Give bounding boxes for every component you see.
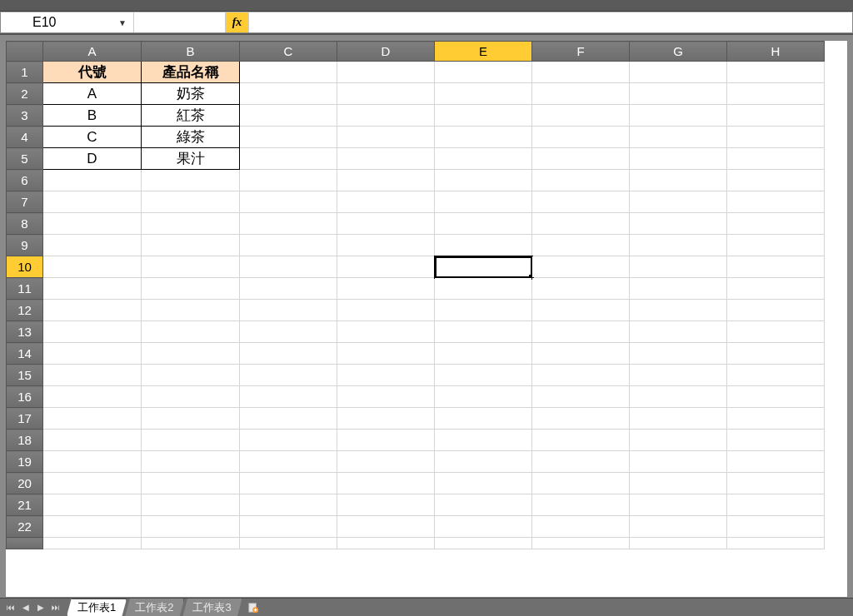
cell-G7[interactable] [630,191,727,213]
cell-B8[interactable] [142,213,240,235]
cell-G9[interactable] [630,235,727,256]
cell-D2[interactable] [337,83,435,105]
cell-A19[interactable] [43,451,142,473]
cell-F19[interactable] [532,451,630,473]
cell-A14[interactable] [43,343,142,365]
cell-C19[interactable] [240,451,337,473]
cell-C17[interactable] [240,408,337,430]
cell-E3[interactable] [435,105,532,127]
row-header-2[interactable]: 2 [7,83,43,105]
cell-G22[interactable] [630,516,727,538]
cell-F18[interactable] [532,430,630,451]
cell-G11[interactable] [630,278,727,300]
cell-H17[interactable] [727,408,825,430]
cell-D5[interactable] [337,148,435,170]
cell-C12[interactable] [240,300,337,321]
cell-C7[interactable] [240,191,337,213]
cell-B13[interactable] [142,321,240,343]
row-header-15[interactable]: 15 [7,365,43,386]
cell-A12[interactable] [43,300,142,321]
cell-B9[interactable] [142,235,240,256]
tab-last-icon[interactable]: ⏭ [50,602,62,614]
cell-H20[interactable] [727,473,825,494]
cell-H2[interactable] [727,83,825,105]
row-header-19[interactable]: 19 [7,451,43,473]
spreadsheet-grid[interactable]: ABCDEFGH1代號產品名稱2A奶茶3B紅茶4C綠茶5D果汁678910111… [5,40,848,598]
cell-E12[interactable] [435,300,532,321]
row-header-partial[interactable] [7,538,43,549]
cell-H3[interactable] [727,105,825,127]
insert-function-button[interactable]: fx [226,12,249,32]
cell-G2[interactable] [630,83,727,105]
col-header-A[interactable]: A [43,42,142,62]
cell-B4[interactable]: 綠茶 [142,127,240,148]
cell-G19[interactable] [630,451,727,473]
cell-F2[interactable] [532,83,630,105]
row-header-18[interactable]: 18 [7,430,43,451]
cell-B15[interactable] [142,365,240,386]
row-header-8[interactable]: 8 [7,213,43,235]
cell-D20[interactable] [337,473,435,494]
cell-G16[interactable] [630,386,727,408]
cell-E8[interactable] [435,213,532,235]
cell-C3[interactable] [240,105,337,127]
cell-C16[interactable] [240,386,337,408]
cell-A2[interactable]: A [43,83,142,105]
cell-B20[interactable] [142,473,240,494]
cell-C21[interactable] [240,494,337,516]
cell-B19[interactable] [142,451,240,473]
cell-A20[interactable] [43,473,142,494]
cell-C22[interactable] [240,516,337,538]
cell-E14[interactable] [435,343,532,365]
cell-D18[interactable] [337,430,435,451]
cell-D22[interactable] [337,516,435,538]
cell-D1[interactable] [337,62,435,83]
cell-E10[interactable] [435,256,532,278]
cell-D16[interactable] [337,386,435,408]
cell-D11[interactable] [337,278,435,300]
cell-A4[interactable]: C [43,127,142,148]
cell-D8[interactable] [337,213,435,235]
cell-H15[interactable] [727,365,825,386]
cell-G15[interactable] [630,365,727,386]
cell-G4[interactable] [630,127,727,148]
cell-G21[interactable] [630,494,727,516]
cell-H11[interactable] [727,278,825,300]
cell-F15[interactable] [532,365,630,386]
cell-F13[interactable] [532,321,630,343]
row-header-10[interactable]: 10 [7,256,43,278]
cell-B12[interactable] [142,300,240,321]
cell-H19[interactable] [727,451,825,473]
cell-A5[interactable]: D [43,148,142,170]
cell-H21[interactable] [727,494,825,516]
row-header-9[interactable]: 9 [7,235,43,256]
cell-A13[interactable] [43,321,142,343]
cell-G5[interactable] [630,148,727,170]
cell-G3[interactable] [630,105,727,127]
cell-A-partial[interactable] [43,538,142,549]
cell-E19[interactable] [435,451,532,473]
cell-H22[interactable] [727,516,825,538]
row-header-16[interactable]: 16 [7,386,43,408]
cell-H8[interactable] [727,213,825,235]
cell-D17[interactable] [337,408,435,430]
sheet-tab-3[interactable]: 工作表3 [182,599,242,616]
cell-H5[interactable] [727,148,825,170]
cell-G20[interactable] [630,473,727,494]
cell-F5[interactable] [532,148,630,170]
cell-B5[interactable]: 果汁 [142,148,240,170]
row-header-11[interactable]: 11 [7,278,43,300]
cell-H18[interactable] [727,430,825,451]
cell-F22[interactable] [532,516,630,538]
cell-B21[interactable] [142,494,240,516]
cell-G13[interactable] [630,321,727,343]
cell-H10[interactable] [727,256,825,278]
cell-H9[interactable] [727,235,825,256]
row-header-5[interactable]: 5 [7,148,43,170]
formula-input[interactable] [249,12,852,32]
cell-G10[interactable] [630,256,727,278]
cell-C2[interactable] [240,83,337,105]
cell-F14[interactable] [532,343,630,365]
cell-B2[interactable]: 奶茶 [142,83,240,105]
row-header-21[interactable]: 21 [7,494,43,516]
